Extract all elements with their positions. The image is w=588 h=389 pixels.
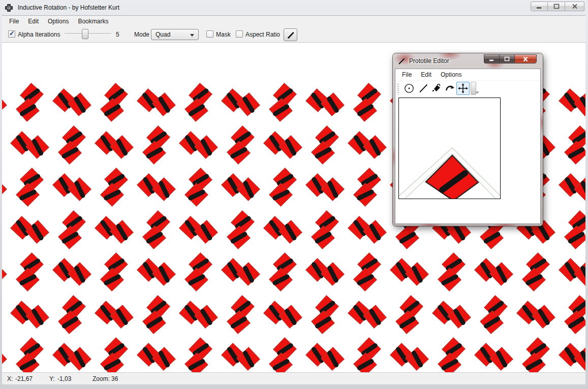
prototile xyxy=(574,347,585,371)
prototile xyxy=(16,353,40,372)
alpha-iterations-label: Alpha Iterations xyxy=(18,31,60,38)
prototile xyxy=(231,211,255,234)
prototile xyxy=(569,211,585,234)
editor-menu-edit[interactable]: Edit xyxy=(416,70,436,80)
status-zoom-value: 36 xyxy=(111,375,118,382)
prototile-drawing-canvas[interactable] xyxy=(398,98,501,199)
editor-maximize-button[interactable] xyxy=(499,54,514,63)
prototile xyxy=(358,83,381,107)
prototile xyxy=(63,296,86,319)
prototile xyxy=(321,178,345,201)
pattern-canvas[interactable]: Prototile Editor xyxy=(2,42,585,372)
prototile xyxy=(53,258,76,282)
prototile xyxy=(189,338,212,361)
prototile xyxy=(227,311,251,334)
mask-checkbox[interactable] xyxy=(206,30,213,38)
prototile xyxy=(189,168,212,191)
prototile xyxy=(565,226,585,249)
alpha-slider-thumb[interactable] xyxy=(82,29,88,39)
prototile xyxy=(185,268,208,291)
menu-options[interactable]: Options xyxy=(43,16,73,26)
status-bar: X: -21,67 Y: -1,03 Zoom: 36 xyxy=(2,372,585,384)
prototile xyxy=(269,183,293,207)
editor-menu-options[interactable]: Options xyxy=(436,70,466,80)
prototile xyxy=(237,178,260,201)
menu-bookmarks[interactable]: Bookmarks xyxy=(73,16,113,26)
prototile xyxy=(279,136,302,159)
move-tool[interactable] xyxy=(456,82,470,95)
app-icon xyxy=(5,4,13,12)
prototile-draw-button[interactable] xyxy=(284,28,297,41)
prototile xyxy=(101,353,124,372)
prototile xyxy=(316,296,339,319)
prototile xyxy=(527,253,550,276)
prototile xyxy=(400,296,423,319)
editor-minimize-button[interactable] xyxy=(484,54,499,63)
prototile xyxy=(137,174,161,197)
prototile xyxy=(273,338,297,361)
prototile xyxy=(438,353,461,372)
prototile xyxy=(406,263,429,286)
mode-dropdown[interactable]: Quad xyxy=(151,29,199,40)
prototile xyxy=(110,136,134,159)
prototile xyxy=(475,343,498,367)
prototile xyxy=(58,226,82,249)
rotate-tool[interactable] xyxy=(443,82,456,95)
toolbar: Alpha Iterations 5 Mode Quad Mask Aspect… xyxy=(2,27,585,42)
prototile xyxy=(68,263,91,286)
prototile xyxy=(396,226,419,249)
prototile xyxy=(101,268,124,291)
menu-edit[interactable]: Edit xyxy=(23,16,43,26)
prototile xyxy=(559,258,582,282)
prototile xyxy=(390,258,414,282)
prototile xyxy=(442,338,466,361)
pencil-line-icon xyxy=(286,30,296,40)
minimize-icon xyxy=(536,4,542,9)
line-icon xyxy=(418,83,429,94)
prototile xyxy=(442,253,466,276)
window-title: Inductive Rotation - by Hofstetter Kurt xyxy=(18,4,119,11)
prototile xyxy=(110,220,134,244)
editor-menu-file[interactable]: File xyxy=(397,70,416,80)
prototile xyxy=(574,263,585,286)
circle-icon xyxy=(404,83,415,94)
close-icon xyxy=(572,4,578,9)
prototile xyxy=(137,343,161,367)
prototile xyxy=(348,132,372,155)
minimize-button[interactable] xyxy=(531,2,548,11)
prototile-editor-window: Prototile Editor xyxy=(393,53,543,226)
prototile xyxy=(390,343,414,367)
maximize-button[interactable] xyxy=(548,2,565,11)
editor-extra-control[interactable] xyxy=(471,82,476,95)
prototile xyxy=(354,99,377,122)
prototile xyxy=(68,347,91,371)
status-y-label: Y: xyxy=(49,375,55,382)
aspect-ratio-checkbox[interactable] xyxy=(236,30,243,38)
prototile xyxy=(11,216,34,240)
fill-tool[interactable] xyxy=(430,82,443,95)
prototile xyxy=(574,178,585,201)
circle-tool[interactable] xyxy=(403,82,416,95)
mask-label: Mask xyxy=(216,31,231,38)
prototile xyxy=(406,347,429,371)
prototile xyxy=(137,89,161,112)
prototile xyxy=(179,301,203,325)
prototile xyxy=(354,353,377,372)
prototile xyxy=(147,126,170,149)
prototile xyxy=(20,338,44,361)
prototile xyxy=(137,258,161,282)
prototile xyxy=(185,353,208,372)
prototile xyxy=(195,305,218,329)
prototile xyxy=(63,126,86,149)
close-button[interactable] xyxy=(565,2,584,11)
status-zoom-label: Zoom: xyxy=(92,375,110,382)
prototile xyxy=(20,83,44,107)
menu-file[interactable]: File xyxy=(5,16,23,26)
prototile xyxy=(26,220,49,244)
prototile xyxy=(363,136,387,159)
editor-close-button[interactable] xyxy=(514,54,537,63)
prototile xyxy=(574,93,585,116)
prototile xyxy=(101,183,124,207)
alpha-iterations-checkbox[interactable] xyxy=(8,30,15,38)
line-tool[interactable] xyxy=(417,82,430,95)
